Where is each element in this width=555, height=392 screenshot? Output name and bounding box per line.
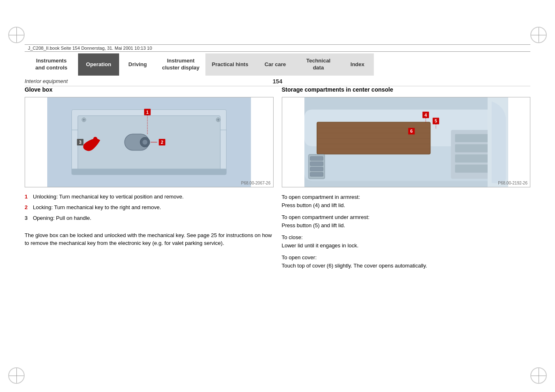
page-number: 154 <box>273 78 282 85</box>
file-bar: J_C208_II.book Seite 154 Donnerstag, 31.… <box>25 44 530 52</box>
svg-rect-27 <box>317 122 429 153</box>
console-text-2: To open compartment under armrest:Press … <box>282 213 531 229</box>
content-area: Glove box <box>25 86 530 367</box>
right-column: Storage compartments in center console <box>282 86 531 367</box>
console-svg: 4 5 6 <box>282 97 530 187</box>
instruction-item-3: 3 Opening: Pull on handle. <box>25 214 274 222</box>
console-diagram: 4 5 6 P68.00-2192-26 <box>282 97 531 187</box>
corner-decoration-tr <box>530 27 547 43</box>
tab-instrument-cluster[interactable]: Instrumentcluster display <box>156 53 205 76</box>
svg-rect-35 <box>310 162 323 166</box>
corner-decoration-tl <box>8 27 25 43</box>
tab-driving-label: Driving <box>129 61 147 68</box>
instruction-item-2: 2 Locking: Turn mechanical key to the ri… <box>25 204 274 211</box>
tab-instruments[interactable]: Instrumentsand controls <box>25 53 78 76</box>
tab-index-label: Index <box>350 61 364 68</box>
glovebox-instructions: 1 Unlocking: Turn mechanical key to vert… <box>25 193 274 226</box>
svg-point-7 <box>143 140 147 145</box>
item-2-number: 2 <box>25 204 30 211</box>
glovebox-svg: 1 2 3 <box>25 97 273 187</box>
instruction-item-1: 1 Unlocking: Turn mechanical key to vert… <box>25 193 274 201</box>
svg-text:1: 1 <box>146 110 149 115</box>
svg-rect-4 <box>71 168 226 175</box>
glovebox-image-container: 1 2 3 <box>25 97 274 187</box>
console-image-label: P68.00-2192-26 <box>498 181 527 185</box>
tab-technical-data[interactable]: Technicaldata <box>296 53 341 76</box>
tab-car-care-label: Car care <box>265 61 286 68</box>
item-3-text: Opening: Pull on handle. <box>33 214 91 222</box>
svg-rect-34 <box>310 157 323 161</box>
svg-point-8 <box>93 137 97 141</box>
item-2-text: Locking: Turn mechanical key to the righ… <box>33 204 161 211</box>
section-header: Interior equipment 154 <box>25 78 530 86</box>
svg-text:3: 3 <box>79 140 81 145</box>
svg-rect-39 <box>455 134 491 142</box>
tab-technical-data-label: Technicaldata <box>306 58 330 71</box>
file-bar-text: J_C208_II.book Seite 154 Donnerstag, 31.… <box>28 46 152 51</box>
svg-rect-37 <box>310 172 323 176</box>
left-column: Glove box <box>25 86 274 367</box>
svg-text:2: 2 <box>161 140 163 145</box>
svg-text:6: 6 <box>410 129 412 134</box>
glovebox-diagram: 1 2 3 <box>25 97 274 187</box>
svg-text:4: 4 <box>424 113 427 118</box>
corner-decoration-bl <box>8 367 25 384</box>
console-text-1: To open compartment in armrest:Press but… <box>282 193 531 209</box>
tab-operation-label: Operation <box>86 61 111 68</box>
item-1-text: Unlocking: Turn mechanical key to vertic… <box>33 193 184 201</box>
svg-text:5: 5 <box>435 118 437 123</box>
section-title: Interior equipment <box>25 78 68 84</box>
nav-tabs: Instrumentsand controls Operation Drivin… <box>25 53 530 76</box>
svg-rect-36 <box>310 167 323 171</box>
console-image-container: 4 5 6 P68.00-2192-26 <box>282 97 531 187</box>
tab-car-care[interactable]: Car care <box>255 53 296 76</box>
tab-index[interactable]: Index <box>341 53 374 76</box>
console-text-3: To close:Lower lid until it engages in l… <box>282 233 531 249</box>
glovebox-body-text: The glove box can be locked and unlocked… <box>25 231 274 247</box>
console-text-4: To open cover:Touch top of cover (6) sli… <box>282 254 531 270</box>
svg-rect-41 <box>455 154 491 163</box>
tab-practical-hints-label: Practical hints <box>212 61 249 68</box>
tab-instrument-cluster-label: Instrumentcluster display <box>162 58 199 71</box>
tab-instruments-label: Instrumentsand controls <box>35 58 67 71</box>
left-column-title: Glove box <box>25 86 274 93</box>
tab-driving[interactable]: Driving <box>119 53 156 76</box>
item-3-number: 3 <box>25 214 30 222</box>
corner-decoration-br <box>530 367 547 384</box>
right-column-title: Storage compartments in center console <box>282 86 531 93</box>
tab-operation[interactable]: Operation <box>78 53 119 76</box>
glovebox-image-label: P68.00-2067-26 <box>241 181 271 185</box>
svg-rect-42 <box>455 165 491 173</box>
tab-practical-hints[interactable]: Practical hints <box>205 53 255 76</box>
svg-rect-40 <box>455 144 491 152</box>
item-1-number: 1 <box>25 193 30 201</box>
